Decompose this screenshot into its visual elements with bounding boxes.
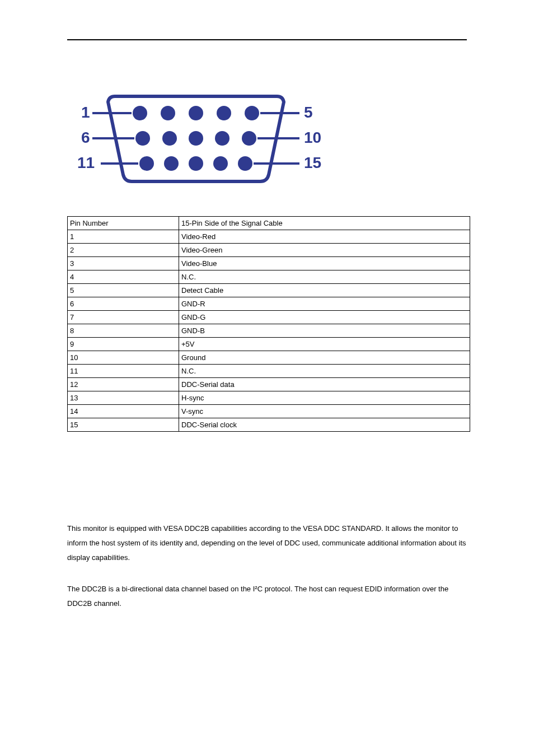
cell-desc: +5V: [179, 338, 470, 351]
cell-desc: GND-R: [179, 297, 470, 311]
table-row: 1Video-Red: [68, 230, 470, 244]
svg-point-2: [189, 106, 203, 120]
table-row: 2Video-Green: [68, 244, 470, 257]
cell-desc: V-sync: [179, 405, 470, 418]
svg-point-10: [139, 156, 154, 171]
cell-desc: Video-Blue: [179, 257, 470, 270]
table-row: 3Video-Blue: [68, 257, 470, 270]
svg-point-4: [245, 106, 259, 120]
cell-pin: 4: [68, 270, 179, 284]
svg-point-9: [242, 131, 256, 146]
diagram-label-1: 1: [81, 104, 90, 121]
cell-desc: Detect Cable: [179, 284, 470, 297]
cell-desc: Ground: [179, 351, 470, 365]
pin-assignment-table: Pin Number 15-Pin Side of the Signal Cab…: [67, 216, 470, 432]
cell-desc: DDC-Serial clock: [179, 418, 470, 432]
diagram-label-5: 5: [304, 104, 313, 121]
paragraph-ddc2b-detail: The DDC2B is a bi-directional data chann…: [67, 582, 470, 611]
table-row: 10Ground: [68, 351, 470, 365]
svg-point-8: [215, 131, 229, 146]
cell-pin: 15: [68, 418, 179, 432]
cell-pin: 11: [68, 365, 179, 378]
table-row: 6GND-R: [68, 297, 470, 311]
diagram-label-6: 6: [81, 129, 90, 146]
cell-pin: 7: [68, 311, 179, 324]
table-row: 9+5V: [68, 338, 470, 351]
cell-pin: 9: [68, 338, 179, 351]
svg-point-14: [238, 156, 252, 171]
cell-pin: 10: [68, 351, 179, 365]
cell-desc: Video-Green: [179, 244, 470, 257]
cell-pin: 5: [68, 284, 179, 297]
cell-desc: DDC-Serial data: [179, 378, 470, 391]
table-row: 15DDC-Serial clock: [68, 418, 470, 432]
table-row: 14V-sync: [68, 405, 470, 418]
table-row: 13H-sync: [68, 391, 470, 405]
cell-pin: 8: [68, 324, 179, 338]
cell-pin: 1: [68, 230, 179, 244]
cell-pin: 12: [68, 378, 179, 391]
svg-point-6: [162, 131, 177, 146]
diagram-label-11: 11: [77, 154, 95, 171]
svg-point-11: [164, 156, 179, 171]
cell-desc: N.C.: [179, 365, 470, 378]
cell-pin: 6: [68, 297, 179, 311]
cell-pin: 2: [68, 244, 179, 257]
table-header-row: Pin Number 15-Pin Side of the Signal Cab…: [68, 217, 470, 230]
table-row: 8GND-B: [68, 324, 470, 338]
svg-point-0: [133, 106, 147, 120]
cell-desc: GND-B: [179, 324, 470, 338]
cell-desc: GND-G: [179, 311, 470, 324]
svg-point-13: [213, 156, 228, 171]
cell-desc: N.C.: [179, 270, 470, 284]
table-row: 11N.C.: [68, 365, 470, 378]
connector-diagram: 1 5 6 10 11 15: [67, 85, 467, 194]
cell-pin: 3: [68, 257, 179, 270]
paragraph-ddc2b-intro: This monitor is equipped with VESA DDC2B…: [67, 521, 470, 565]
table-row: 5Detect Cable: [68, 284, 470, 297]
svg-point-5: [135, 131, 150, 146]
header-pin-number: Pin Number: [68, 217, 179, 230]
diagram-label-10: 10: [304, 129, 321, 146]
svg-point-12: [189, 156, 203, 171]
cell-pin: 13: [68, 391, 179, 405]
top-divider: [67, 39, 467, 40]
cell-pin: 14: [68, 405, 179, 418]
svg-point-3: [217, 106, 231, 120]
table-row: 7GND-G: [68, 311, 470, 324]
table-row: 12DDC-Serial data: [68, 378, 470, 391]
table-row: 4N.C.: [68, 270, 470, 284]
header-signal-side: 15-Pin Side of the Signal Cable: [179, 217, 470, 230]
cell-desc: H-sync: [179, 391, 470, 405]
svg-point-1: [161, 106, 175, 120]
diagram-label-15: 15: [304, 154, 321, 171]
cell-desc: Video-Red: [179, 230, 470, 244]
svg-point-7: [189, 131, 203, 146]
